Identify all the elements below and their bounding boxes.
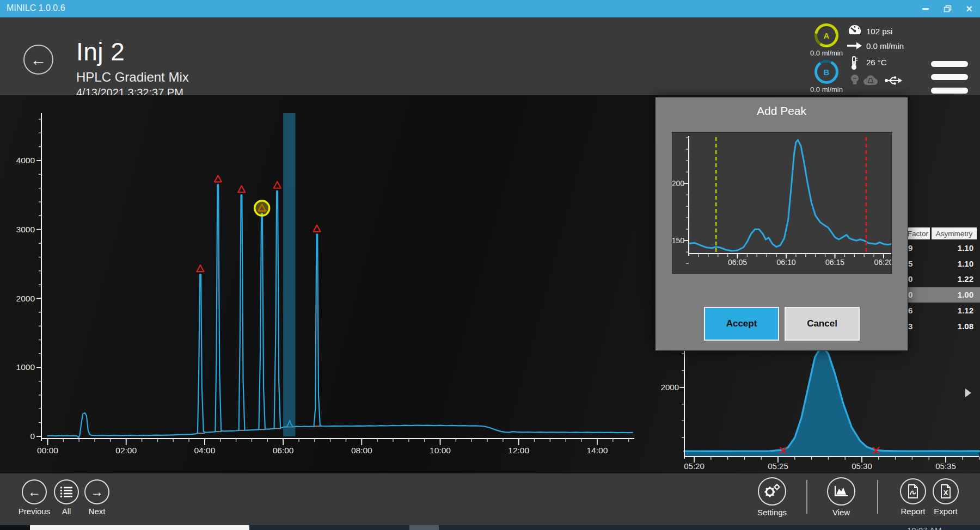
accept-button[interactable]: Accept [704,307,779,341]
factor-cell: 6 [908,306,912,315]
view-label: View [823,508,859,517]
table-row[interactable]: 01.22 [906,272,980,287]
asymmetry-cell: 1.22 [958,274,973,284]
factor-cell: 0 [908,290,912,299]
svg-text:05:20: 05:20 [684,461,705,471]
toolbar-divider-2 [877,480,878,514]
svg-text:14:00: 14:00 [587,446,608,455]
svg-text:05:30: 05:30 [852,461,872,471]
factor-cell: 0 [908,274,912,284]
taskbar-clock: 10:07 AM [907,526,941,530]
window-title: MINILC 1.0.0.6 [7,3,65,13]
temperature-icon [850,56,858,71]
close-icon: × [966,3,972,14]
close-button[interactable]: × [958,0,980,17]
view-button[interactable]: View [823,477,859,517]
usb-icon [884,75,903,86]
factor-cell: 9 [908,243,912,252]
header: ← Inj 2 HPLC Gradient Mix 4/13/2021 3:32… [0,17,980,95]
svg-text:06:20: 06:20 [874,258,892,267]
report-pdf-icon [906,484,920,499]
restore-button[interactable] [936,0,958,17]
asymmetry-cell: 1.10 [958,259,973,268]
pressure-value: 102 psi [866,27,892,36]
svg-text:4000: 4000 [16,156,35,165]
svg-text:10:00: 10:00 [430,446,451,455]
asymmetry-cell: 1.00 [958,290,973,299]
svg-text:06:00: 06:00 [273,446,294,455]
svg-text:05:25: 05:25 [768,461,788,471]
all-label: All [50,507,83,516]
taskbar-app-button[interactable] [409,525,439,530]
factor-cell: 5 [908,259,912,268]
svg-text:2000: 2000 [16,294,35,303]
next-arrow-icon: → [90,485,103,498]
expand-panel-arrow-icon[interactable] [965,389,971,397]
pump-b-indicator: B [814,60,838,84]
back-button[interactable]: ← [23,45,53,75]
taskbar-corner [0,525,30,530]
temperature-value: 26 °C [866,58,887,67]
previous-button[interactable]: ← Previous [15,479,53,516]
table-header-asymmetry[interactable]: Asymmetry [932,227,977,239]
table-row[interactable]: 31.08 [906,319,980,334]
svg-text:06:05: 06:05 [728,258,747,267]
table-row[interactable]: 51.10 [906,256,980,272]
svg-text:06:15: 06:15 [825,258,844,267]
cancel-button[interactable]: Cancel [785,307,860,341]
back-arrow-icon: ← [30,51,47,69]
table-row[interactable]: 61.12 [906,303,980,318]
minimize-icon [922,8,929,10]
pump-b-flow: 0.0 ml/min [802,85,851,94]
settings-button[interactable]: Settings [752,477,792,517]
settings-gears-icon [763,483,781,500]
svg-text:06:10: 06:10 [776,258,795,267]
export-label: Export [929,507,963,516]
svg-text:X: X [944,489,948,497]
table-header-factor[interactable]: Factor [906,227,930,239]
lamp-icon [850,74,860,86]
svg-text:3000: 3000 [16,225,35,234]
title-bar: MINILC 1.0.0.6 × [0,0,980,17]
menu-button[interactable] [931,61,968,95]
column-oven-icon [862,75,879,86]
main-chromatogram-chart[interactable]: 00:0002:0004:0006:0008:0010:0012:0014:00… [0,95,653,473]
flow-arrow-icon [846,41,862,50]
report-button[interactable]: Report [896,478,930,516]
all-button[interactable]: All [50,479,83,516]
bottom-toolbar: ← Previous All → Next [0,473,980,525]
taskbar-search-box[interactable] [30,525,249,530]
export-button[interactable]: X Export [929,478,963,516]
previous-arrow-icon: ← [28,485,41,498]
app-window: MINILC 1.0.0.6 × ← Inj 2 HPLC Gradient M… [0,0,980,530]
svg-text:2000: 2000 [661,383,679,392]
method-name: HPLC Gradient Mix [76,70,189,85]
pump-a-flow: 0.0 ml/min [802,49,851,57]
pressure-gauge-icon [847,24,862,38]
asymmetry-cell: 1.12 [958,306,973,315]
svg-text:0: 0 [30,432,35,441]
previous-label: Previous [15,507,53,516]
table-row[interactable]: 01.00 [906,287,980,303]
minimize-button[interactable] [915,0,936,17]
table-row[interactable]: 91.10 [906,241,980,256]
svg-text:08:00: 08:00 [351,446,372,455]
svg-text:12:00: 12:00 [508,446,529,455]
menu-icon [931,61,968,67]
svg-text:00:00: 00:00 [37,446,58,455]
dialog-chart-panel: 06:0506:1006:1506:20150200 [672,132,892,274]
pump-a-label: A [814,23,838,47]
next-label: Next [81,507,113,516]
restore-icon [944,5,952,13]
dialog-title: Add Peak [656,104,908,118]
svg-text:02:00: 02:00 [115,446,137,455]
toolbar-divider [806,480,807,514]
svg-text:04:00: 04:00 [194,446,216,455]
export-excel-icon: X [939,484,952,499]
next-button[interactable]: → Next [81,479,113,516]
list-icon [59,485,74,499]
asymmetry-cell: 1.08 [958,322,973,331]
taskbar-sliver: 10:07 AM [0,525,980,530]
view-chart-icon [833,484,849,498]
add-peak-preview-chart[interactable]: 06:0506:1006:1506:20150200 [672,133,892,274]
